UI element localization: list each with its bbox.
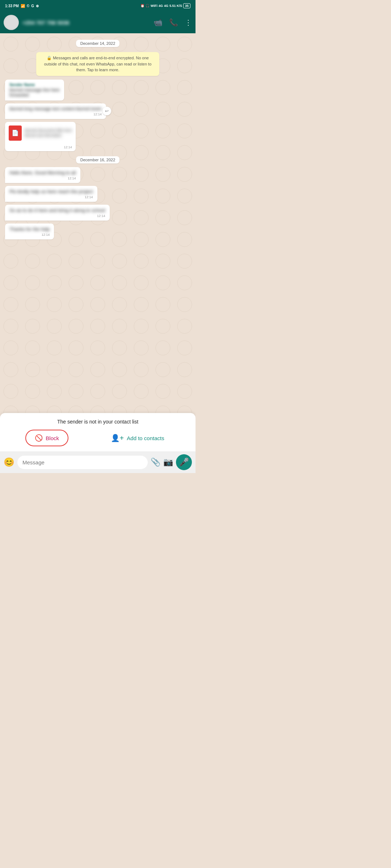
message-time: 12:14	[9, 233, 50, 237]
list-item: Thanks for the help 12:14	[5, 224, 54, 239]
media-time: 12:14	[5, 145, 76, 151]
location-icon: ⊕	[36, 4, 39, 8]
google-icon: G	[31, 4, 34, 8]
input-bar: 😊 📎 📷 🎤	[0, 451, 196, 473]
list-item: Hello there, Good Morning to all 12:14	[5, 167, 80, 183]
block-button[interactable]: 🚫 Block	[25, 430, 68, 446]
message-time: 12:14	[9, 176, 76, 180]
voice-call-icon[interactable]: 📞	[169, 18, 178, 27]
status-left: 1:33 PM 📶 © G ⊕	[5, 4, 39, 8]
message-time: 12:14	[9, 214, 105, 218]
contact-name[interactable]: +254 707 706 5036	[22, 20, 150, 26]
date-badge-1: December 14, 2022	[76, 40, 120, 47]
date-badge-2: December 16, 2022	[76, 156, 120, 163]
network-4g2-icon: 4G	[164, 4, 168, 8]
add-contact-label: Add to contacts	[127, 435, 164, 441]
wifi-icon: WiFi	[151, 4, 157, 8]
status-bar: 1:33 PM 📶 © G ⊕ ⏰ 🎧 WiFi 4G 4G 5.51 K/S …	[0, 0, 196, 12]
more-options-icon[interactable]: ⋮	[185, 18, 192, 27]
encryption-notice[interactable]: 🔒 Messages and calls are end-to-end encr…	[36, 52, 159, 76]
list-item[interactable]: 📄 blurred document title here blurred su…	[5, 122, 76, 151]
document-title: blurred document title here	[25, 128, 72, 133]
battery-icon: 35	[183, 3, 190, 8]
message-time: 12:14	[9, 112, 102, 116]
contact-actions: 🚫 Block 👤+ Add to contacts	[7, 430, 188, 446]
camera-button[interactable]: 📷	[163, 458, 173, 467]
message-text-2: forwarded	[9, 93, 60, 98]
message-text: blurred message line here	[9, 88, 60, 93]
media-text: blurred document title here blurred sub …	[25, 128, 72, 138]
headset-icon: 🎧	[146, 4, 150, 8]
not-in-contacts-notice: The sender is not in your contact list	[7, 419, 188, 425]
attach-button[interactable]: 📎	[151, 458, 160, 467]
top-icons: 📹 📞 ⋮	[154, 18, 192, 27]
document-icon: 📄	[9, 125, 22, 141]
data-speed: 5.51 K/S	[169, 4, 182, 8]
message-input[interactable]	[17, 456, 148, 469]
avatar[interactable]	[4, 15, 19, 30]
message-text: Hello there, Good Morning to all	[9, 170, 76, 175]
forward-icon[interactable]: ↩	[102, 107, 111, 115]
status-time: 1:33 PM	[5, 4, 19, 8]
signal-icon: 📶	[21, 4, 25, 8]
list-item: Sender Name blurred message line here fo…	[5, 80, 64, 101]
chat-background: December 14, 2022 🔒 Messages and calls a…	[0, 33, 196, 413]
document-subtitle: blurred sub information	[25, 133, 72, 138]
message-time: 12:14	[9, 195, 93, 199]
whatsapp-icon: ©	[27, 4, 29, 8]
message-text: Pls kindly help us here reach the projec…	[9, 189, 93, 194]
message-text: So as to do it here and bring it along t…	[9, 208, 105, 213]
message-text-long: blurred long message text content blurre…	[9, 106, 102, 111]
mic-button[interactable]: 🎤	[176, 454, 192, 470]
status-right: ⏰ 🎧 WiFi 4G 4G 5.51 K/S 35	[140, 3, 190, 8]
block-label: Block	[46, 435, 59, 441]
alarm-icon: ⏰	[140, 4, 144, 8]
list-item: blurred long message text content blurre…	[5, 103, 106, 119]
video-call-icon[interactable]: 📹	[154, 18, 163, 27]
list-item: So as to do it here and bring it along t…	[5, 205, 110, 221]
chat-spacer	[5, 242, 190, 410]
contact-panel: The sender is not in your contact list 🚫…	[0, 413, 196, 451]
message-text: Thanks for the help	[9, 226, 50, 232]
block-icon: 🚫	[35, 434, 43, 442]
media-thumb: 📄 blurred document title here blurred su…	[5, 122, 76, 144]
sender-name: Sender Name	[9, 82, 60, 87]
network-4g-icon: 4G	[159, 4, 163, 8]
emoji-button[interactable]: 😊	[4, 457, 14, 467]
add-to-contacts-button[interactable]: 👤+ Add to contacts	[105, 430, 170, 446]
add-person-icon: 👤+	[111, 434, 124, 442]
list-item: Pls kindly help us here reach the projec…	[5, 186, 97, 202]
top-bar: +254 707 706 5036 📹 📞 ⋮	[0, 12, 196, 33]
